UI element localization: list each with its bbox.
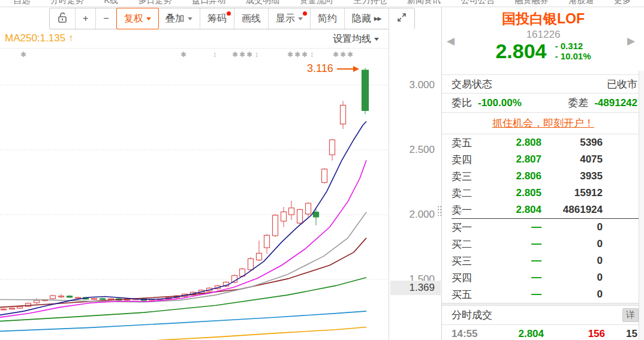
axis-tick-label: 2.500 bbox=[409, 144, 435, 156]
level-volume: 4075 bbox=[545, 154, 603, 166]
level-label: 买二 bbox=[452, 237, 490, 251]
level-price: 2.807 bbox=[493, 154, 541, 166]
trade-price: 2.804 bbox=[493, 328, 544, 340]
trade-volume: 156 bbox=[547, 328, 605, 340]
level-price: 2.805 bbox=[493, 187, 541, 199]
toolbar-button-yincang[interactable]: 隐藏▶▶ bbox=[345, 8, 389, 29]
quote-panel: ◀ ▶ 国投白银LOF 161226 2.804 - 0.312- 10.01%… bbox=[441, 7, 644, 340]
axis-highlight-label: 1.369 bbox=[390, 281, 441, 295]
level-volume: 4861924 bbox=[545, 204, 603, 216]
orderbook-row: 卖三2.8063935 bbox=[442, 168, 644, 185]
tick-section-title: 分时成交 bbox=[452, 308, 492, 322]
orderbook-row: 买四—0 bbox=[442, 269, 644, 286]
top-menu-item[interactable]: 盘口异动 bbox=[192, 0, 225, 6]
toolbar-button-zoom-out[interactable]: − bbox=[96, 8, 116, 29]
level-label: 买一 bbox=[452, 221, 490, 234]
toolbar-button-label: 画线 bbox=[242, 13, 261, 25]
candlestick-chart[interactable] bbox=[0, 47, 389, 340]
toolbar-button-fullscreen[interactable] bbox=[389, 8, 414, 29]
chevron-down-icon bbox=[188, 17, 192, 20]
tick-detail-button[interactable]: 详 bbox=[622, 308, 639, 322]
top-menu-item[interactable]: 公司公告 bbox=[461, 0, 495, 6]
toolbar-button-label: 叠加 bbox=[165, 13, 185, 25]
level-label: 买三 bbox=[452, 254, 490, 268]
ma-settings-button[interactable]: 设置均线 bbox=[333, 33, 379, 46]
toolbar-button-fuquan[interactable]: 复权 bbox=[116, 8, 159, 29]
expand-icon bbox=[396, 12, 407, 25]
toolbar-button-xianshi[interactable]: 显示 bbox=[269, 8, 311, 29]
tick-trade-list: 14:552.80415615 bbox=[442, 325, 644, 340]
open-account-link[interactable]: 抓住机会，即刻开户！ bbox=[492, 116, 594, 130]
ma250-label: MA250:1.135 ↑ bbox=[5, 32, 73, 44]
top-menu-item[interactable]: K线 bbox=[104, 0, 118, 6]
orderbook-row: 卖一2.8044861924 bbox=[442, 201, 644, 218]
orderbook-row: 卖四2.8074075 bbox=[442, 151, 644, 168]
toolbar-button-label: − bbox=[103, 13, 109, 24]
stock-name: 国投白银LOF bbox=[442, 10, 644, 28]
top-menu-item[interactable]: 主力持仓 bbox=[353, 0, 387, 6]
level-label: 卖三 bbox=[452, 170, 490, 183]
level-volume: 0 bbox=[545, 221, 603, 233]
level-volume: 0 bbox=[545, 255, 603, 267]
next-stock-arrow-icon[interactable]: ▶ bbox=[627, 35, 635, 47]
trade-status-value: 已收市 bbox=[607, 77, 637, 91]
level-label: 买五 bbox=[452, 288, 490, 302]
orderbook-row: 买二—0 bbox=[442, 236, 644, 252]
level-price: 2.808 bbox=[493, 137, 541, 149]
level-label: 买四 bbox=[452, 271, 490, 285]
weicha-value: -4891242 bbox=[594, 97, 637, 109]
orderbook-row: 买一—0 bbox=[442, 219, 644, 236]
price-change: - 0.312- 10.01% bbox=[555, 41, 591, 62]
chevron-down-icon bbox=[146, 17, 151, 20]
toolbar-button-label: 简约 bbox=[318, 13, 337, 25]
orderbook-row: 买五—0 bbox=[442, 286, 644, 303]
weibi-value: -100.00% bbox=[478, 97, 522, 109]
toolbar-button-jianyue[interactable]: 简约 bbox=[311, 8, 345, 29]
top-menu-item[interactable]: 资金流向 bbox=[300, 0, 333, 6]
quote-scrollbar[interactable] bbox=[639, 71, 644, 340]
level-label: 卖五 bbox=[452, 136, 490, 150]
toolbar-button-zoom-in[interactable]: + bbox=[76, 8, 96, 29]
level-volume: 0 bbox=[545, 288, 603, 300]
level-volume: 5396 bbox=[545, 137, 603, 149]
toolbar-button-label: 显示 bbox=[276, 13, 295, 25]
stock-code: 161226 bbox=[442, 29, 644, 41]
top-menu-item[interactable]: 自选 bbox=[13, 0, 30, 6]
ma-settings-label: 设置均线 bbox=[333, 33, 371, 46]
level-price: — bbox=[493, 288, 541, 300]
top-menu-item[interactable]: 成交明细 bbox=[246, 0, 279, 6]
chevron-down-icon bbox=[298, 17, 303, 20]
top-menu-item[interactable]: 港股通 bbox=[568, 0, 594, 6]
arrow-right-icon bbox=[336, 65, 360, 73]
weibi-label: 委比 bbox=[452, 96, 472, 110]
toolbar-button-chouma[interactable]: 筹码 bbox=[200, 8, 234, 29]
axis-tick-label: 2.000 bbox=[409, 209, 435, 221]
top-menu-item[interactable]: 分时走势 bbox=[50, 0, 84, 6]
trade-time: 14:55 bbox=[452, 328, 490, 340]
top-menu-item[interactable]: 多日走势 bbox=[139, 0, 172, 6]
top-menu-item[interactable]: 新闻资讯 bbox=[407, 0, 441, 6]
orderbook-row: 买三—0 bbox=[442, 252, 644, 269]
level-price: 2.806 bbox=[493, 170, 541, 182]
level-price: — bbox=[493, 221, 541, 233]
chart-header-row: MA250:1.135 ↑ 设置均线 bbox=[0, 30, 389, 49]
tick-trade-row: 14:552.80415615 bbox=[442, 325, 644, 340]
trade-status-label: 交易状态 bbox=[452, 77, 492, 91]
prev-stock-arrow-icon[interactable]: ◀ bbox=[447, 35, 455, 47]
panel-resize-grip[interactable] bbox=[437, 205, 442, 216]
toolbar-button-huaxian[interactable]: 画线 bbox=[234, 8, 269, 29]
toolbar-button-lock[interactable] bbox=[50, 8, 76, 29]
level-volume: 0 bbox=[545, 272, 603, 284]
toolbar-button-diejia[interactable]: 叠加 bbox=[158, 8, 200, 29]
weicha-label: 委差 bbox=[568, 96, 588, 110]
level-price: — bbox=[493, 255, 541, 267]
notification-dot-icon bbox=[227, 11, 231, 16]
toolbar-button-label: 隐藏 bbox=[352, 13, 371, 25]
bid-levels: 买一—0买二—0买三—0买四—0买五—0 bbox=[442, 219, 644, 303]
lock-open-icon bbox=[57, 11, 68, 26]
price-axis: 3.0002.5002.0001.5001.369 bbox=[389, 29, 442, 340]
top-menu-item[interactable]: 更多 bbox=[614, 0, 631, 6]
orderbook-row: 卖五2.8085396 bbox=[442, 134, 644, 151]
level-volume: 3935 bbox=[545, 170, 603, 182]
top-menu-item[interactable]: 融资融券 bbox=[515, 0, 549, 6]
